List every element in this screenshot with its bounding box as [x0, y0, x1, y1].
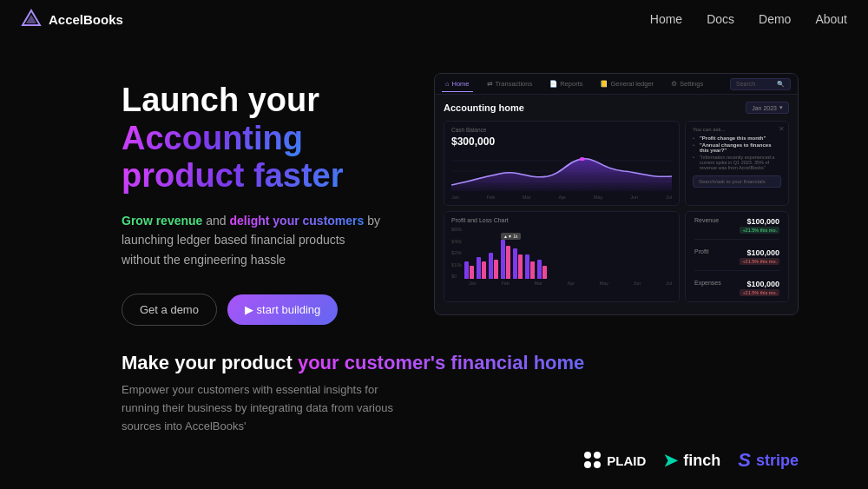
logo-text: AccelBooks — [49, 12, 123, 27]
cash-chart — [451, 152, 672, 191]
hero-heading: Launch your Accounting product faster — [122, 82, 382, 195]
bottom-row: Profit and Loss Chart $60k $40k $20k $10… — [444, 211, 789, 302]
ai-search-bar[interactable]: Search/ask to your financials — [693, 175, 781, 188]
heading-line3: product faster — [122, 157, 343, 194]
finch-text: finch — [683, 452, 720, 470]
profit-row: Profit $100,000 +21.5% this mo. — [694, 248, 779, 271]
profit-label: Profit — [694, 248, 708, 254]
get-demo-button[interactable]: Get a demo — [122, 294, 217, 326]
dashboard-mockup: ⌂ Home ⇄ Transactions 📄 Reports 📒 Genera… — [434, 73, 799, 315]
sub-and: and — [202, 214, 229, 228]
y-axis-labels: $60k $40k $20k $10k $0 — [451, 227, 462, 279]
ai-card: ✕ You can ask... "Profit change this mon… — [685, 121, 789, 206]
navbar: AccelBooks Home Docs Demo About — [0, 0, 868, 38]
tab-general-ledger[interactable]: 📒 General ledger — [596, 76, 657, 91]
plaid-logo: PLAID — [584, 452, 646, 469]
date-selector[interactable]: Jan 2023 ▾ — [746, 102, 789, 114]
logo-icon — [21, 9, 42, 30]
hero-buttons: Get a demo ▶ start building — [122, 294, 382, 326]
dashboard-tabs: ⌂ Home ⇄ Transactions 📄 Reports 📒 Genera… — [435, 74, 798, 95]
cash-balance-card: Cash Balance $300,000 — [444, 121, 680, 206]
revenue-row: Revenue $100,000 +21.5% this mo. — [694, 217, 779, 240]
bar-jan — [464, 261, 474, 279]
expenses-value: $100,000 — [740, 280, 779, 288]
tab-reports[interactable]: 📄 Reports — [546, 76, 586, 91]
nav-links: Home Docs Demo About — [650, 12, 847, 26]
top-row: Cash Balance $300,000 — [444, 121, 789, 206]
ai-prompt-label: You can ask... — [693, 127, 781, 132]
stripe-icon: S — [738, 449, 751, 472]
pnl-chart-card: Profit and Loss Chart $60k $40k $20k $10… — [444, 211, 680, 302]
hero-section: Launch your Accounting product faster Gr… — [0, 38, 868, 326]
tab-home[interactable]: ⌂ Home — [442, 76, 473, 92]
bar-apr: ▲▼ 1k — [501, 240, 510, 279]
section2-title: Make your product your customer's financ… — [122, 352, 799, 374]
partner-logos: PLAID ➤ finch S stripe — [584, 449, 799, 472]
revenue-value: $100,000 — [740, 217, 779, 226]
cash-value: $300,000 — [451, 135, 672, 148]
bar-jun — [525, 254, 535, 279]
hero-text: Launch your Accounting product faster Gr… — [122, 73, 382, 326]
bar-jul — [537, 260, 547, 279]
tab-settings[interactable]: ⚙ Settings — [667, 76, 707, 91]
stripe-logo: S stripe — [738, 449, 799, 472]
sub-delight: delight your customers — [230, 214, 365, 228]
dashboard-header: Accounting home Jan 2023 ▾ — [444, 102, 789, 114]
metrics-card: Revenue $100,000 +21.5% this mo. Profit … — [685, 211, 789, 302]
bar-mar — [489, 253, 498, 279]
chart-bar-x-axis: Jan Feb Mar Apr May Jun Jul — [469, 281, 672, 286]
revenue-change: +21.5% this mo. — [740, 227, 779, 234]
bar-chart: ▲▼ 1k — [464, 227, 547, 279]
search-icon: 🔍 — [777, 81, 785, 88]
plaid-icon — [584, 452, 602, 469]
ai-suggestion-3: "Information recently experienced a curr… — [693, 155, 781, 170]
start-building-button[interactable]: ▶ start building — [227, 294, 338, 325]
dashboard-search[interactable]: Search 🔍 — [730, 78, 791, 90]
cash-label: Cash Balance — [451, 127, 672, 133]
heading-line1: Launch your — [122, 82, 319, 118]
stripe-text: stripe — [756, 452, 799, 470]
section2: Make your product your customer's financ… — [0, 326, 868, 435]
section2-title-highlight: your customer's financial home — [298, 352, 584, 373]
close-icon[interactable]: ✕ — [779, 125, 785, 133]
dashboard-content: Accounting home Jan 2023 ▾ Cash Balance … — [435, 95, 798, 314]
nav-demo[interactable]: Demo — [759, 12, 791, 26]
section2-title-part1: Make your product — [122, 352, 298, 373]
logo[interactable]: AccelBooks — [21, 9, 123, 30]
nav-home[interactable]: Home — [650, 12, 682, 26]
profit-change: +21.5% this mo. — [740, 258, 779, 265]
bar-feb — [477, 257, 486, 279]
nav-docs[interactable]: Docs — [707, 12, 734, 26]
svg-point-5 — [580, 157, 585, 161]
heading-line2: Accounting — [122, 120, 303, 156]
revenue-label: Revenue — [694, 217, 719, 223]
ai-suggestion-1: "Profit change this month" — [693, 135, 781, 141]
finch-icon: ➤ — [663, 450, 678, 471]
plaid-text: PLAID — [607, 453, 646, 468]
finch-logo: ➤ finch — [663, 450, 720, 471]
expenses-label: Expenses — [694, 280, 721, 286]
sub-grow: Grow revenue — [122, 214, 202, 228]
section2-sub: Empower your customers with essential in… — [122, 381, 399, 435]
nav-about[interactable]: About — [815, 12, 847, 26]
chevron-down-icon: ▾ — [779, 104, 783, 111]
expenses-change: +21.5% this mo. — [740, 289, 779, 296]
dashboard-title: Accounting home — [444, 102, 524, 113]
expenses-row: Expenses $100,000 +21.5% this mo. — [694, 280, 779, 296]
hero-subtext: Grow revenue and delight your customers … — [122, 211, 382, 269]
chart-x-axis: Jan Feb Mar Apr May Jun Jul — [451, 195, 672, 200]
tab-transactions[interactable]: ⇄ Transactions — [483, 76, 536, 91]
profit-value: $100,000 — [740, 248, 779, 257]
ai-suggestion-2: "Annual changes to finances this year?" — [693, 142, 781, 153]
chart-title: Profit and Loss Chart — [451, 217, 672, 223]
bar-may — [513, 248, 523, 279]
